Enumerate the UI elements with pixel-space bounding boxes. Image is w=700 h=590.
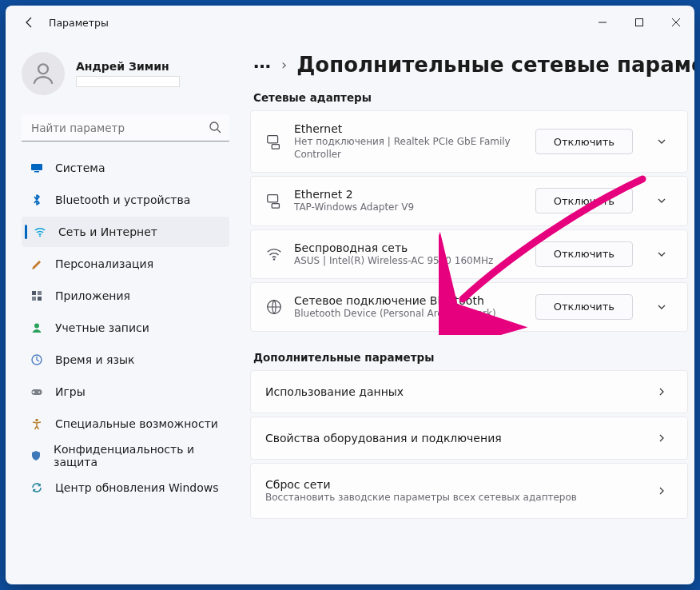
nav-label: Время и язык [55,353,134,366]
nav-label: Специальные возможности [55,417,218,430]
nav-accessibility[interactable]: Специальные возможности [22,409,229,439]
nav-label: Конфиденциальность и защита [54,443,221,468]
gamepad-icon [30,385,44,399]
svg-rect-17 [268,136,278,143]
section-adapters-label: Сетевые адаптеры [253,91,688,104]
titlebar: Параметры [6,6,694,39]
account-block[interactable]: Андрей Зимин [22,49,239,106]
adapter-desc: Нет подключения | Realtek PCIe GbE Famil… [294,135,524,161]
search-icon [209,121,221,137]
page-title: Дополнительные сетевые параметры [296,53,694,77]
wifi-icon [265,245,283,263]
nav-update[interactable]: Центр обновления Windows [22,472,229,503]
close-button[interactable] [658,10,694,35]
adapter-title: Ethernet 2 [294,188,524,201]
svg-rect-19 [268,195,278,202]
adapter-card: Ethernet 2 TAP-Windows Adapter V9 Отключ… [250,176,688,225]
nav-games[interactable]: Игры [22,377,229,407]
svg-rect-5 [31,164,42,170]
adapter-card: Ethernet Нет подключения | Realtek PCIe … [250,110,688,173]
nav-label: Игры [55,385,86,398]
advanced-title: Сброс сети [265,478,633,491]
disable-button[interactable]: Отключить [535,294,633,320]
adapter-card: Сетевое подключение Bluetooth Bluetooth … [250,282,688,332]
svg-point-16 [35,419,38,422]
adapter-title: Сетевое подключение Bluetooth [294,294,524,307]
svg-point-21 [273,258,275,260]
expand-toggle[interactable] [650,249,673,260]
update-icon [30,480,44,495]
nav-personalization[interactable]: Персонализация [22,249,229,279]
account-name: Андрей Зимин [76,60,180,73]
nav-label: Bluetooth и устройства [55,193,190,206]
chevron-right-icon: › [281,56,287,73]
svg-rect-11 [38,297,42,301]
bluetooth-net-icon [265,298,283,316]
maximize-button[interactable] [621,10,658,35]
disable-button[interactable]: Отключить [535,129,633,154]
advanced-title: Свойства оборудования и подключения [265,432,633,444]
nav-apps[interactable]: Приложения [22,281,229,311]
nav-bluetooth[interactable]: Bluetooth и устройства [22,185,229,215]
nav-label: Приложения [55,289,130,302]
svg-point-15 [38,392,40,393]
search-box[interactable] [22,114,229,142]
ethernet-icon [265,192,283,209]
account-email-redacted [76,76,180,87]
avatar [22,52,65,95]
nav-system[interactable]: Система [22,153,229,183]
wifi-icon [33,225,47,239]
section-advanced-label: Дополнительные параметры [253,351,688,364]
advanced-desc: Восстановить заводские параметры всех се… [265,491,633,504]
minimize-button[interactable] [584,10,621,35]
nav-network[interactable]: Сеть и Интернет [22,217,229,247]
advanced-item[interactable]: Использование данных [250,370,688,413]
advanced-title: Использование данных [265,385,633,398]
adapter-desc: ASUS | Intel(R) Wireless-AC 9560 160MHz [294,254,524,267]
nav-privacy[interactable]: Конфиденциальность и защита [22,441,229,471]
monitor-icon [30,161,44,175]
person-icon [30,321,44,335]
expand-toggle[interactable] [650,136,673,147]
advanced-item[interactable]: Свойства оборудования и подключения [250,417,688,460]
svg-line-4 [217,130,221,133]
svg-rect-20 [272,204,279,208]
back-button[interactable] [22,14,38,30]
chevron-right-icon [650,386,673,397]
disable-button[interactable]: Отключить [535,188,633,213]
nav-label: Персонализация [55,257,153,270]
nav-list: Система Bluetooth и устройства Сеть и Ин… [22,153,239,503]
svg-point-2 [38,64,48,74]
advanced-item[interactable]: Сброс сети Восстановить заводские параме… [250,463,688,519]
breadcrumb-overflow[interactable]: … [253,52,272,77]
svg-rect-10 [32,297,36,301]
svg-rect-18 [272,145,279,149]
search-input[interactable] [22,114,229,142]
expand-toggle[interactable] [650,301,673,313]
adapter-desc: Bluetooth Device (Personal Area Network) [294,307,524,320]
adapter-desc: TAP-Windows Adapter V9 [294,201,524,213]
chevron-right-icon [650,433,673,444]
adapter-card: Беспроводная сеть ASUS | Intel(R) Wirele… [250,229,688,279]
nav-label: Центр обновления Windows [55,481,218,494]
svg-rect-6 [34,171,39,173]
nav-label: Система [55,161,105,174]
svg-point-12 [34,324,39,329]
svg-point-3 [210,122,218,130]
chevron-right-icon [650,485,673,496]
shield-icon [30,448,42,463]
bluetooth-icon [30,193,44,207]
breadcrumb: … › Дополнительные сетевые параметры [250,46,688,91]
nav-time[interactable]: Время и язык [22,345,229,375]
window-controls [584,10,694,35]
svg-point-7 [39,235,41,237]
apps-icon [30,289,44,303]
svg-rect-8 [32,291,36,295]
left-pane: Андрей Зимин Система Bluetooth и устройс… [6,39,245,584]
nav-accounts[interactable]: Учетные записи [22,313,229,343]
adapter-title: Ethernet [294,122,524,135]
expand-toggle[interactable] [650,195,673,206]
svg-rect-9 [38,291,42,295]
adapter-title: Беспроводная сеть [294,241,524,254]
disable-button[interactable]: Отключить [535,241,633,267]
